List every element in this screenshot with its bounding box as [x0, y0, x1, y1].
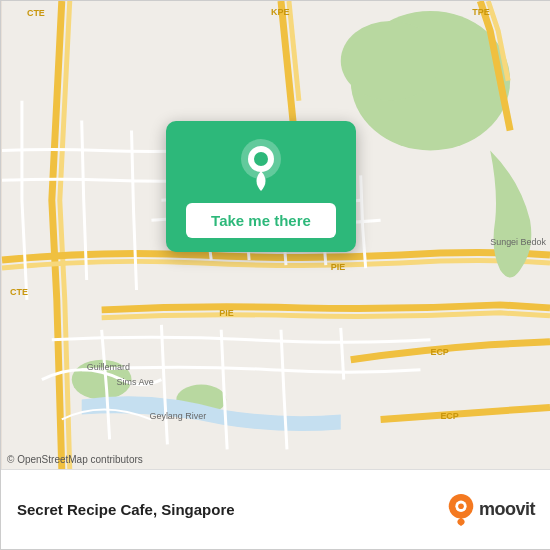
map-copyright: © OpenStreetMap contributors: [7, 454, 143, 465]
svg-text:CTE: CTE: [27, 8, 45, 18]
moovit-logo: moovit: [447, 494, 535, 526]
svg-text:CTE: CTE: [10, 287, 28, 297]
svg-text:ECP: ECP: [440, 411, 458, 421]
moovit-text: moovit: [479, 499, 535, 520]
map-container: CTE CTE KPE TPE PIE PIE ECP ECP Sungei B…: [1, 1, 550, 469]
svg-point-22: [458, 503, 464, 509]
svg-text:PIE: PIE: [331, 262, 345, 272]
location-card: Take me there: [166, 121, 356, 252]
svg-text:Geylang River: Geylang River: [149, 411, 206, 421]
place-name: Secret Recipe Cafe, Singapore: [17, 501, 235, 518]
svg-text:ECP: ECP: [430, 347, 448, 357]
svg-text:PIE: PIE: [219, 308, 233, 318]
take-me-there-button[interactable]: Take me there: [186, 203, 336, 238]
svg-point-19: [254, 152, 268, 166]
moovit-pin-icon: [447, 494, 475, 526]
svg-text:Guillemard: Guillemard: [87, 362, 130, 372]
svg-text:Sims Ave: Sims Ave: [117, 377, 154, 387]
svg-text:KPE: KPE: [271, 7, 289, 17]
bottom-bar: Secret Recipe Cafe, Singapore moovit: [1, 469, 550, 549]
svg-text:Sungei Bedok: Sungei Bedok: [490, 237, 546, 247]
app: CTE CTE KPE TPE PIE PIE ECP ECP Sungei B…: [0, 0, 550, 550]
svg-point-2: [341, 21, 441, 101]
location-pin-icon: [238, 139, 284, 193]
svg-text:TPE: TPE: [472, 7, 489, 17]
